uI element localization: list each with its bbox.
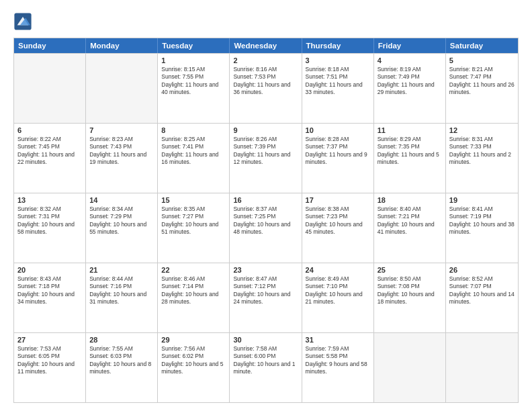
calendar-cell: 2Sunrise: 8:16 AM Sunset: 7:53 PM Daylig… bbox=[230, 54, 302, 123]
calendar-body: 1Sunrise: 8:15 AM Sunset: 7:55 PM Daylig… bbox=[14, 53, 518, 402]
calendar-cell: 28Sunrise: 7:55 AM Sunset: 6:03 PM Dayli… bbox=[86, 333, 158, 402]
cell-detail: Sunrise: 8:31 AM Sunset: 7:33 PM Dayligh… bbox=[449, 136, 515, 167]
calendar-cell: 30Sunrise: 7:58 AM Sunset: 6:00 PM Dayli… bbox=[230, 333, 302, 402]
calendar-cell: 23Sunrise: 8:47 AM Sunset: 7:12 PM Dayli… bbox=[230, 263, 302, 332]
cell-detail: Sunrise: 8:34 AM Sunset: 7:29 PM Dayligh… bbox=[89, 205, 154, 236]
calendar-cell: 19Sunrise: 8:41 AM Sunset: 7:19 PM Dayli… bbox=[446, 193, 518, 263]
cell-detail: Sunrise: 7:55 AM Sunset: 6:03 PM Dayligh… bbox=[89, 345, 154, 376]
cell-detail: Sunrise: 8:22 AM Sunset: 7:45 PM Dayligh… bbox=[17, 136, 82, 167]
day-number: 12 bbox=[449, 126, 515, 134]
calendar-cell: 12Sunrise: 8:31 AM Sunset: 7:33 PM Dayli… bbox=[446, 124, 518, 193]
header-day: Monday bbox=[86, 38, 158, 53]
cell-detail: Sunrise: 7:58 AM Sunset: 6:00 PM Dayligh… bbox=[233, 345, 298, 376]
day-number: 14 bbox=[89, 196, 154, 204]
calendar-cell: 26Sunrise: 8:52 AM Sunset: 7:07 PM Dayli… bbox=[446, 263, 518, 332]
calendar-header: SundayMondayTuesdayWednesdayThursdayFrid… bbox=[14, 38, 518, 53]
cell-detail: Sunrise: 8:16 AM Sunset: 7:53 PM Dayligh… bbox=[233, 66, 298, 97]
cell-detail: Sunrise: 8:26 AM Sunset: 7:39 PM Dayligh… bbox=[233, 136, 298, 167]
day-number: 27 bbox=[17, 336, 82, 344]
cell-detail: Sunrise: 8:50 AM Sunset: 7:08 PM Dayligh… bbox=[378, 275, 442, 306]
calendar-cell: 27Sunrise: 7:53 AM Sunset: 6:05 PM Dayli… bbox=[14, 333, 86, 402]
calendar: SundayMondayTuesdayWednesdayThursdayFrid… bbox=[13, 38, 519, 403]
calendar-cell: 1Sunrise: 8:15 AM Sunset: 7:55 PM Daylig… bbox=[158, 54, 230, 123]
header-day: Thursday bbox=[302, 38, 374, 53]
cell-detail: Sunrise: 8:18 AM Sunset: 7:51 PM Dayligh… bbox=[306, 66, 370, 97]
calendar-week: 6Sunrise: 8:22 AM Sunset: 7:45 PM Daylig… bbox=[14, 123, 518, 193]
cell-detail: Sunrise: 8:38 AM Sunset: 7:23 PM Dayligh… bbox=[306, 205, 370, 236]
calendar-cell: 14Sunrise: 8:34 AM Sunset: 7:29 PM Dayli… bbox=[86, 193, 158, 263]
calendar-cell bbox=[446, 333, 518, 402]
calendar-cell: 18Sunrise: 8:40 AM Sunset: 7:21 PM Dayli… bbox=[374, 193, 446, 263]
day-number: 16 bbox=[233, 196, 298, 204]
day-number: 21 bbox=[89, 266, 154, 274]
calendar-cell bbox=[14, 54, 86, 123]
calendar-cell: 3Sunrise: 8:18 AM Sunset: 7:51 PM Daylig… bbox=[302, 54, 374, 123]
cell-detail: Sunrise: 8:23 AM Sunset: 7:43 PM Dayligh… bbox=[89, 136, 154, 167]
cell-detail: Sunrise: 8:32 AM Sunset: 7:31 PM Dayligh… bbox=[17, 205, 82, 236]
calendar-cell: 5Sunrise: 8:21 AM Sunset: 7:47 PM Daylig… bbox=[446, 54, 518, 123]
day-number: 28 bbox=[89, 336, 154, 344]
day-number: 10 bbox=[306, 126, 370, 134]
calendar-cell bbox=[86, 54, 158, 123]
calendar-cell: 22Sunrise: 8:46 AM Sunset: 7:14 PM Dayli… bbox=[158, 263, 230, 332]
cell-detail: Sunrise: 8:21 AM Sunset: 7:47 PM Dayligh… bbox=[449, 66, 515, 97]
day-number: 5 bbox=[449, 56, 515, 64]
calendar-cell: 15Sunrise: 8:35 AM Sunset: 7:27 PM Dayli… bbox=[158, 193, 230, 263]
day-number: 18 bbox=[378, 196, 442, 204]
cell-detail: Sunrise: 7:59 AM Sunset: 5:58 PM Dayligh… bbox=[306, 345, 370, 376]
day-number: 11 bbox=[378, 126, 442, 134]
day-number: 19 bbox=[449, 196, 515, 204]
logo-icon bbox=[13, 12, 32, 31]
day-number: 17 bbox=[306, 196, 370, 204]
calendar-cell: 31Sunrise: 7:59 AM Sunset: 5:58 PM Dayli… bbox=[302, 333, 374, 402]
day-number: 3 bbox=[306, 56, 370, 64]
calendar-cell: 11Sunrise: 8:29 AM Sunset: 7:35 PM Dayli… bbox=[374, 124, 446, 193]
cell-detail: Sunrise: 8:43 AM Sunset: 7:18 PM Dayligh… bbox=[17, 275, 82, 306]
cell-detail: Sunrise: 8:19 AM Sunset: 7:49 PM Dayligh… bbox=[378, 66, 442, 97]
cell-detail: Sunrise: 8:47 AM Sunset: 7:12 PM Dayligh… bbox=[233, 275, 298, 306]
cell-detail: Sunrise: 8:46 AM Sunset: 7:14 PM Dayligh… bbox=[161, 275, 226, 306]
calendar-cell: 20Sunrise: 8:43 AM Sunset: 7:18 PM Dayli… bbox=[14, 263, 86, 332]
header-day: Wednesday bbox=[230, 38, 302, 53]
calendar-cell: 6Sunrise: 8:22 AM Sunset: 7:45 PM Daylig… bbox=[14, 124, 86, 193]
cell-detail: Sunrise: 8:15 AM Sunset: 7:55 PM Dayligh… bbox=[161, 66, 226, 97]
day-number: 15 bbox=[161, 196, 226, 204]
calendar-cell: 13Sunrise: 8:32 AM Sunset: 7:31 PM Dayli… bbox=[14, 193, 86, 263]
day-number: 13 bbox=[17, 196, 82, 204]
page-header bbox=[13, 12, 519, 31]
calendar-cell: 25Sunrise: 8:50 AM Sunset: 7:08 PM Dayli… bbox=[374, 263, 446, 332]
calendar-cell: 29Sunrise: 7:56 AM Sunset: 6:02 PM Dayli… bbox=[158, 333, 230, 402]
day-number: 8 bbox=[161, 126, 226, 134]
cell-detail: Sunrise: 8:49 AM Sunset: 7:10 PM Dayligh… bbox=[306, 275, 370, 306]
day-number: 2 bbox=[233, 56, 298, 64]
calendar-cell: 21Sunrise: 8:44 AM Sunset: 7:16 PM Dayli… bbox=[86, 263, 158, 332]
calendar-cell: 24Sunrise: 8:49 AM Sunset: 7:10 PM Dayli… bbox=[302, 263, 374, 332]
calendar-week: 27Sunrise: 7:53 AM Sunset: 6:05 PM Dayli… bbox=[14, 332, 518, 402]
header-day: Sunday bbox=[14, 38, 86, 53]
day-number: 31 bbox=[306, 336, 370, 344]
header-day: Tuesday bbox=[158, 38, 230, 53]
calendar-cell: 9Sunrise: 8:26 AM Sunset: 7:39 PM Daylig… bbox=[230, 124, 302, 193]
cell-detail: Sunrise: 8:52 AM Sunset: 7:07 PM Dayligh… bbox=[449, 275, 515, 306]
cell-detail: Sunrise: 7:56 AM Sunset: 6:02 PM Dayligh… bbox=[161, 345, 226, 376]
cell-detail: Sunrise: 8:29 AM Sunset: 7:35 PM Dayligh… bbox=[378, 136, 442, 167]
day-number: 24 bbox=[306, 266, 370, 274]
cell-detail: Sunrise: 8:37 AM Sunset: 7:25 PM Dayligh… bbox=[233, 205, 298, 236]
calendar-cell: 8Sunrise: 8:25 AM Sunset: 7:41 PM Daylig… bbox=[158, 124, 230, 193]
day-number: 20 bbox=[17, 266, 82, 274]
day-number: 30 bbox=[233, 336, 298, 344]
cell-detail: Sunrise: 8:25 AM Sunset: 7:41 PM Dayligh… bbox=[161, 136, 226, 167]
logo bbox=[13, 12, 35, 31]
calendar-cell: 10Sunrise: 8:28 AM Sunset: 7:37 PM Dayli… bbox=[302, 124, 374, 193]
day-number: 26 bbox=[449, 266, 515, 274]
day-number: 7 bbox=[89, 126, 154, 134]
calendar-week: 13Sunrise: 8:32 AM Sunset: 7:31 PM Dayli… bbox=[14, 193, 518, 263]
calendar-week: 1Sunrise: 8:15 AM Sunset: 7:55 PM Daylig… bbox=[14, 53, 518, 123]
cell-detail: Sunrise: 8:44 AM Sunset: 7:16 PM Dayligh… bbox=[89, 275, 154, 306]
calendar-cell bbox=[374, 333, 446, 402]
day-number: 4 bbox=[378, 56, 442, 64]
day-number: 9 bbox=[233, 126, 298, 134]
cell-detail: Sunrise: 8:35 AM Sunset: 7:27 PM Dayligh… bbox=[161, 205, 226, 236]
header-day: Friday bbox=[374, 38, 446, 53]
calendar-week: 20Sunrise: 8:43 AM Sunset: 7:18 PM Dayli… bbox=[14, 263, 518, 332]
